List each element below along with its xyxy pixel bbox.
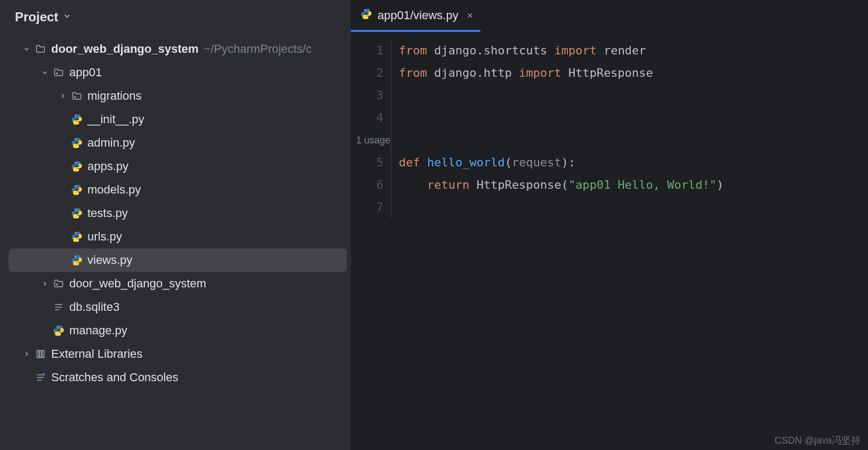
line-number: 3	[351, 84, 383, 107]
chevron-right-icon	[57, 92, 69, 100]
svg-point-3	[78, 123, 79, 124]
python-file-icon	[69, 114, 84, 125]
tree-folder-package[interactable]: door_web_django_system	[9, 272, 347, 295]
usage-hint[interactable]: 1 usage	[351, 129, 383, 151]
chevron-down-icon	[62, 11, 72, 23]
tree-label: __init__.py	[87, 112, 144, 126]
tree-label: app01	[69, 66, 102, 79]
folder-icon	[33, 44, 48, 54]
python-file-icon	[69, 207, 84, 219]
svg-point-14	[75, 256, 76, 257]
package-folder-icon	[69, 91, 84, 101]
tree-folder-migrations[interactable]: migrations	[9, 84, 347, 108]
tree-label: apps.py	[87, 159, 128, 173]
tree-file-init[interactable]: __init__.py	[9, 108, 347, 131]
tree-label: manage.py	[69, 324, 127, 338]
scratches-icon	[33, 372, 48, 383]
sidebar-header[interactable]: Project	[0, 10, 351, 37]
svg-point-13	[78, 240, 79, 241]
tree-scratches[interactable]: Scratches and Consoles	[9, 366, 347, 389]
code-area[interactable]: 1 2 3 4 1 usage 5 6 7 from django.shortc…	[351, 31, 868, 219]
line-number: 4	[351, 107, 383, 129]
tree-label: door_web_django_system	[69, 277, 206, 291]
chevron-down-icon	[20, 45, 33, 53]
svg-point-11	[78, 216, 79, 218]
tree-file-manage[interactable]: manage.py	[9, 319, 347, 342]
chevron-right-icon	[38, 280, 51, 287]
editor-tab-views[interactable]: app01/views.py ×	[351, 0, 480, 31]
close-icon[interactable]: ×	[467, 10, 473, 22]
code-line	[399, 107, 724, 129]
tree-folder-app01[interactable]: app01	[9, 61, 347, 84]
svg-point-4	[75, 139, 76, 140]
svg-point-21	[60, 334, 61, 335]
tree-label: Scratches and Consoles	[51, 371, 178, 384]
project-tree: door_web_django_system ~/PycharmProjects…	[0, 37, 351, 389]
svg-point-5	[78, 146, 79, 147]
code-line	[399, 84, 724, 107]
svg-point-16	[57, 284, 58, 285]
tree-root-label: door_web_django_system	[51, 42, 198, 56]
tree-label: External Libraries	[51, 347, 142, 361]
tree-file-views[interactable]: views.py	[9, 248, 347, 272]
svg-point-10	[75, 209, 76, 210]
svg-point-30	[367, 17, 368, 18]
code-line	[399, 129, 724, 151]
line-number: 2	[351, 62, 383, 84]
python-file-icon	[69, 160, 84, 172]
svg-point-2	[75, 115, 76, 116]
svg-point-0	[57, 73, 58, 74]
svg-point-8	[75, 186, 76, 187]
library-icon	[33, 349, 48, 359]
tree-external-libraries[interactable]: External Libraries	[9, 342, 347, 366]
tree-file-admin[interactable]: admin.py	[9, 131, 347, 155]
svg-point-28	[42, 373, 45, 376]
editor-tabs: app01/views.py ×	[351, 0, 868, 31]
svg-point-7	[78, 170, 79, 171]
svg-point-20	[57, 326, 58, 327]
package-folder-icon	[51, 278, 66, 289]
svg-point-9	[78, 193, 79, 194]
tab-label: app01/views.py	[377, 9, 459, 22]
code-content[interactable]: from django.shortcuts import render from…	[391, 39, 724, 219]
code-line: return HttpResponse("app01 Hello, World!…	[399, 174, 724, 196]
line-number: 1	[351, 39, 383, 62]
code-line: from django.shortcuts import render	[399, 39, 724, 62]
svg-rect-24	[42, 350, 44, 357]
python-file-icon	[51, 325, 66, 336]
svg-rect-22	[37, 350, 38, 357]
tree-label: migrations	[87, 89, 141, 103]
code-line: from django.http import HttpResponse	[399, 62, 724, 84]
gutter: 1 2 3 4 1 usage 5 6 7	[351, 39, 391, 219]
code-line: def hello_world(request):	[399, 151, 724, 174]
sidebar-title: Project	[15, 10, 58, 25]
line-number: 6	[351, 174, 383, 196]
python-file-icon	[360, 8, 372, 23]
tree-file-models[interactable]: models.py	[9, 178, 347, 202]
svg-rect-23	[39, 350, 41, 357]
tree-root-path: ~/PycharmProjects/c	[204, 42, 311, 56]
tree-label: urls.py	[87, 230, 122, 244]
line-number: 5	[351, 151, 383, 174]
text-file-icon	[51, 302, 66, 312]
package-folder-icon	[51, 67, 66, 78]
line-number: 7	[351, 196, 383, 219]
tree-file-db[interactable]: db.sqlite3	[9, 295, 347, 319]
svg-point-6	[75, 162, 76, 163]
chevron-right-icon	[20, 350, 33, 358]
chevron-down-icon	[38, 69, 51, 76]
tree-file-tests[interactable]: tests.py	[9, 202, 347, 225]
tree-label: admin.py	[87, 136, 135, 150]
tree-root[interactable]: door_web_django_system ~/PycharmProjects…	[9, 37, 347, 61]
python-file-icon	[69, 231, 84, 243]
project-sidebar: Project door_web_django_system ~/Pycharm…	[0, 0, 351, 450]
tree-file-apps[interactable]: apps.py	[9, 155, 347, 178]
tree-label: tests.py	[87, 206, 128, 220]
tree-label: db.sqlite3	[69, 300, 119, 314]
watermark: CSDN @java冯坚持	[775, 434, 861, 447]
svg-point-1	[75, 97, 76, 98]
python-file-icon	[69, 137, 84, 149]
tree-file-urls[interactable]: urls.py	[9, 225, 347, 248]
tree-label: views.py	[87, 253, 132, 267]
code-line	[399, 196, 724, 219]
